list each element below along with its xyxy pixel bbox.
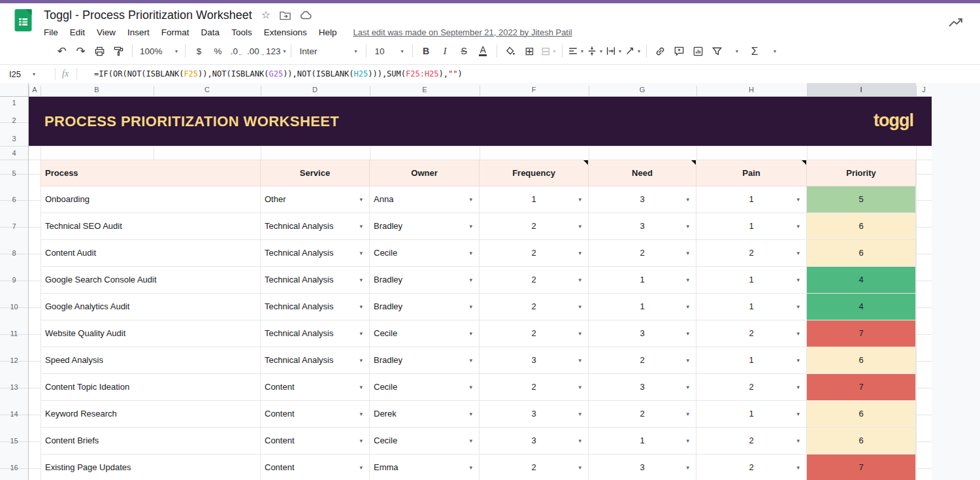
dropdown-icon[interactable]: ▾	[359, 186, 363, 213]
cell-owner[interactable]: Cecile▾	[370, 428, 480, 454]
cell-priority[interactable]: 7	[807, 454, 916, 480]
cell-process[interactable]: Speed Analysis	[41, 347, 261, 374]
dropdown-icon[interactable]: ▾	[469, 267, 472, 293]
cell-process[interactable]: Keyword Research	[41, 401, 261, 428]
horizontal-align-button[interactable]: ▾	[567, 42, 585, 60]
column-header-service[interactable]: Service	[261, 160, 370, 186]
cell-need[interactable]: 3▾	[589, 186, 696, 213]
dropdown-icon[interactable]: ▾	[796, 213, 800, 239]
cell-process[interactable]: Technical SEO Audit	[41, 213, 261, 240]
cell-service[interactable]: Technical Analysis▾	[261, 213, 370, 240]
dropdown-icon[interactable]: ▾	[469, 213, 472, 239]
row-number-10[interactable]: 10	[0, 303, 28, 311]
dropdown-icon[interactable]: ▾	[686, 186, 689, 213]
menu-item-insert[interactable]: Insert	[122, 27, 155, 37]
row-number-3[interactable]: 3	[0, 135, 28, 143]
cell-service[interactable]: Technical Analysis▾	[261, 294, 370, 320]
cell-pain[interactable]: 1▾	[696, 213, 807, 240]
cell-priority[interactable]: 6	[807, 428, 916, 454]
font-family-select[interactable]: Inter ▾	[296, 42, 361, 60]
dropdown-icon[interactable]: ▾	[359, 213, 363, 239]
cell-need[interactable]: 1▾	[589, 294, 696, 320]
cell-process[interactable]: Website Quality Audit	[41, 320, 261, 347]
insert-link-button[interactable]	[651, 42, 669, 60]
filter-button[interactable]	[708, 42, 726, 60]
dropdown-icon[interactable]: ▾	[686, 213, 689, 239]
dropdown-icon[interactable]: ▾	[686, 428, 689, 454]
dropdown-icon[interactable]: ▾	[359, 320, 363, 347]
cell-service[interactable]: Technical Analysis▾	[261, 240, 370, 267]
cell-service[interactable]: Technical Analysis▾	[261, 267, 370, 294]
dropdown-icon[interactable]: ▾	[796, 186, 800, 213]
row-number-9[interactable]: 9	[0, 276, 28, 284]
cell-owner[interactable]: Emma▾	[370, 454, 480, 480]
print-button[interactable]	[91, 42, 108, 60]
document-title[interactable]: Toggl - Process Prioritization Worksheet	[44, 9, 252, 22]
dropdown-icon[interactable]: ▾	[686, 267, 689, 293]
paint-format-button[interactable]	[110, 42, 127, 60]
column-letter-b[interactable]: B	[94, 83, 99, 96]
dropdown-icon[interactable]: ▾	[359, 428, 363, 454]
dropdown-icon[interactable]: ▾	[469, 347, 472, 373]
cell-process[interactable]: Content Topic Ideation	[41, 374, 261, 401]
dropdown-icon[interactable]: ▾	[686, 294, 689, 320]
cell-frequency[interactable]: 3▾	[480, 401, 589, 428]
dropdown-icon[interactable]: ▾	[469, 454, 472, 480]
menu-item-extensions[interactable]: Extensions	[258, 27, 313, 37]
dropdown-icon[interactable]: ▾	[796, 428, 800, 454]
cell-owner[interactable]: Bradley▾	[370, 267, 480, 294]
dropdown-icon[interactable]: ▾	[578, 428, 581, 454]
cell-process[interactable]: Content Audit	[41, 240, 261, 267]
bold-button[interactable]: B	[417, 42, 435, 60]
row-number-7[interactable]: 7	[0, 222, 28, 230]
dropdown-icon[interactable]: ▾	[359, 401, 363, 427]
row-number-15[interactable]: 15	[0, 437, 28, 445]
dropdown-icon[interactable]: ▾	[686, 240, 689, 266]
dropdown-icon[interactable]: ▾	[796, 401, 800, 427]
column-letter-h[interactable]: H	[749, 83, 754, 96]
cell-frequency[interactable]: 2▾	[480, 240, 589, 267]
dropdown-icon[interactable]: ▾	[578, 454, 581, 480]
cell-owner[interactable]: Bradley▾	[370, 347, 480, 374]
cell-frequency[interactable]: 2▾	[480, 320, 589, 347]
row-number-12[interactable]: 12	[0, 356, 28, 364]
column-letter-i[interactable]: I	[860, 83, 862, 96]
cell-need[interactable]: 2▾	[589, 240, 696, 267]
cell-need[interactable]: 1▾	[589, 267, 696, 294]
dropdown-icon[interactable]: ▾	[796, 454, 800, 480]
select-all-corner[interactable]	[0, 83, 29, 97]
dropdown-icon[interactable]: ▾	[796, 347, 800, 373]
dropdown-icon[interactable]: ▾	[578, 213, 581, 239]
cell-pain[interactable]: 1▾	[696, 401, 807, 428]
cell-process[interactable]: Onboarding	[41, 186, 261, 213]
cell-frequency[interactable]: 3▾	[480, 428, 589, 454]
dropdown-icon[interactable]: ▾	[796, 294, 800, 320]
dropdown-icon[interactable]: ▾	[686, 401, 689, 427]
currency-format-button[interactable]: $	[190, 42, 208, 60]
cell-priority[interactable]: 4	[807, 267, 916, 294]
banner-merged-cell[interactable]: PROCESS PRIORITIZATION WORKSHEET toggl	[29, 97, 932, 146]
menu-item-format[interactable]: Format	[155, 27, 195, 37]
row-number-1[interactable]: 1	[0, 99, 28, 107]
cell-owner[interactable]: Cecile▾	[370, 240, 480, 267]
dropdown-icon[interactable]: ▾	[359, 454, 363, 480]
cell-owner[interactable]: Bradley▾	[370, 213, 480, 240]
insert-chart-button[interactable]	[689, 42, 707, 60]
menu-item-file[interactable]: File	[44, 27, 64, 37]
text-wrap-button[interactable]: ▾	[605, 42, 623, 60]
cell-priority[interactable]: 6	[807, 213, 916, 240]
cell-need[interactable]: 3▾	[589, 454, 696, 480]
dropdown-icon[interactable]: ▾	[469, 320, 472, 347]
row-number-6[interactable]: 6	[0, 196, 28, 203]
font-size-select[interactable]: 10 ▾	[371, 42, 408, 60]
cell-priority[interactable]: 4	[807, 294, 916, 320]
cell-pain[interactable]: 1▾	[696, 347, 807, 374]
cell-frequency[interactable]: 2▾	[480, 267, 589, 294]
cell-frequency[interactable]: 2▾	[480, 294, 589, 320]
dropdown-icon[interactable]: ▾	[796, 374, 800, 400]
cell-need[interactable]: 3▾	[589, 374, 696, 401]
dropdown-icon[interactable]: ▾	[796, 320, 800, 347]
dropdown-icon[interactable]: ▾	[469, 186, 472, 213]
dropdown-icon[interactable]: ▾	[359, 347, 363, 373]
cell-pain[interactable]: 2▾	[696, 374, 807, 401]
